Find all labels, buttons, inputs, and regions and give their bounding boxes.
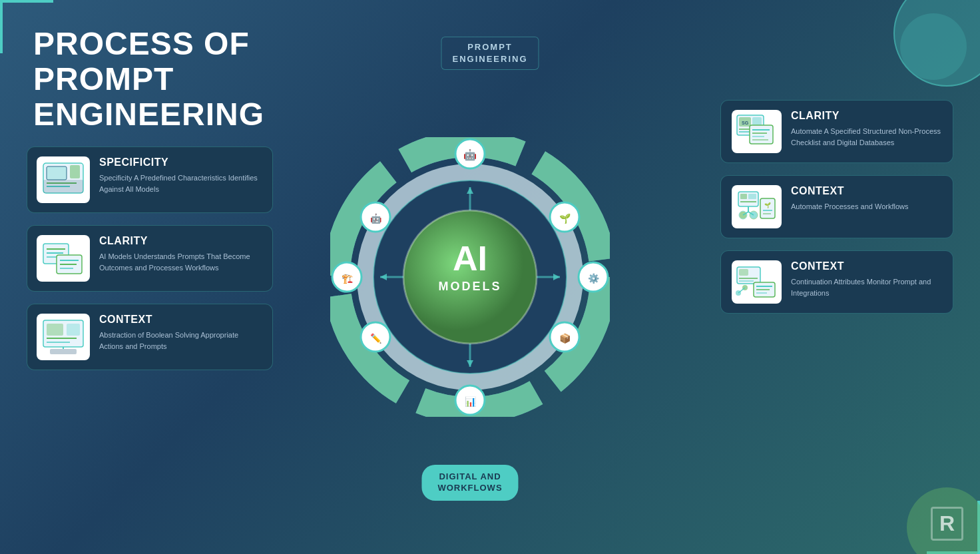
right-card-icon-context1: 🌱 xyxy=(732,185,782,228)
svg-text:AI: AI xyxy=(453,239,487,278)
right-cards-container: SG CLARITY Automate A Specified Structur… xyxy=(720,100,953,314)
right-card-title-context2: CONTEXT xyxy=(791,260,942,272)
svg-text:⚙️: ⚙️ xyxy=(588,273,600,284)
svg-rect-67 xyxy=(748,194,756,199)
right-card-text-clarity: Automate A Specified Structured Non-Proc… xyxy=(791,126,942,148)
right-card-content-context2: CONTEXT Continuation Attributes Monitor … xyxy=(791,260,942,298)
card-icon-specificity xyxy=(37,156,90,203)
card-title-specificity: SPECIFICITY xyxy=(99,156,262,168)
card-icon-clarity xyxy=(37,235,90,282)
card-text-context: Abstraction of Boolean Solving Appropria… xyxy=(99,330,262,352)
prompt-label-line2: ENGINEERING xyxy=(452,54,527,64)
svg-text:🌱: 🌱 xyxy=(559,213,571,224)
right-card-text-context1: Automate Processes and Workflows xyxy=(791,201,908,212)
svg-rect-6 xyxy=(43,180,83,193)
card-title-context: CONTEXT xyxy=(99,314,262,326)
prompt-label-line1: PROMPT xyxy=(467,42,513,52)
svg-text:🤖: 🤖 xyxy=(370,213,382,224)
svg-rect-79 xyxy=(739,269,748,276)
title-text-line2: PROMPT xyxy=(33,61,174,97)
deco-circle-tr2 xyxy=(900,13,967,80)
right-card-title-context1: CONTEXT xyxy=(791,185,908,197)
right-card-text-context2: Continuation Attributes Monitor Prompt a… xyxy=(791,276,942,298)
svg-rect-74 xyxy=(760,198,775,218)
right-card-context2: CONTEXT Continuation Attributes Monitor … xyxy=(720,250,953,314)
left-card-context: CONTEXT Abstraction of Boolean Solving A… xyxy=(27,304,273,370)
card-content-clarity: CLARITY AI Models Understands Prompts Th… xyxy=(99,235,262,273)
card-text-clarity: AI Models Understands Prompts That Becom… xyxy=(99,251,262,273)
svg-line-88 xyxy=(738,288,745,293)
svg-rect-16 xyxy=(47,324,63,336)
card-icon-context xyxy=(37,314,90,360)
right-card-icon-clarity: SG xyxy=(732,110,782,153)
card-content-context: CONTEXT Abstraction of Boolean Solving A… xyxy=(99,314,262,352)
prompt-engineering-label: PROMPT ENGINEERING xyxy=(441,37,539,70)
svg-rect-5 xyxy=(70,165,80,178)
svg-rect-66 xyxy=(740,194,747,199)
right-card-icon-context2 xyxy=(732,260,782,304)
svg-text:MODELS: MODELS xyxy=(438,280,501,293)
svg-text:SG: SG xyxy=(742,121,749,125)
left-card-clarity: CLARITY AI Models Understands Prompts Th… xyxy=(27,225,273,292)
svg-rect-60 xyxy=(750,125,773,144)
svg-text:🤖: 🤖 xyxy=(463,148,477,161)
card-title-clarity: CLARITY xyxy=(99,235,262,247)
svg-rect-1 xyxy=(47,166,67,180)
main-container: PROCESS OF PROMPT ENGINEERING SPECIFICIT… xyxy=(0,0,980,554)
diagram-svg: AI MODELS 🤖 🤖 🌱 🏗️ ⚙️ ✏️ 📦 xyxy=(330,137,610,417)
svg-text:🌱: 🌱 xyxy=(764,202,771,208)
title-text-line3: ENGINEERING xyxy=(33,97,264,132)
digital-workflows-label: DIGITAL ANDWORKFLOWS xyxy=(421,465,518,501)
svg-text:📦: 📦 xyxy=(559,333,571,344)
right-card-context1: 🌱 CONTEXT Automate Processes and Workflo… xyxy=(720,175,953,238)
title-text-line1: PROCESS OF xyxy=(33,26,250,61)
right-card-title-clarity: CLARITY xyxy=(791,110,942,122)
card-text-specificity: Specificity A Predefined Characteristics… xyxy=(99,172,262,194)
svg-rect-17 xyxy=(67,324,80,336)
left-card-specificity: SPECIFICITY Specificity A Predefined Cha… xyxy=(27,146,273,213)
svg-text:📊: 📊 xyxy=(465,396,477,408)
title-block: PROCESS OF PROMPT ENGINEERING xyxy=(33,27,300,132)
logo: R xyxy=(931,507,963,541)
card-content-specificity: SPECIFICITY Specificity A Predefined Cha… xyxy=(99,156,262,194)
svg-text:🏗️: 🏗️ xyxy=(342,273,354,284)
center-diagram: AI MODELS 🤖 🤖 🌱 🏗️ ⚙️ ✏️ 📦 xyxy=(330,137,610,417)
svg-rect-20 xyxy=(50,349,77,354)
left-cards-container: SPECIFICITY Specificity A Predefined Cha… xyxy=(27,146,273,370)
svg-text:✏️: ✏️ xyxy=(370,333,382,344)
right-card-content-context1: CONTEXT Automate Processes and Workflows xyxy=(791,185,908,212)
right-card-clarity: SG CLARITY Automate A Specified Structur… xyxy=(720,100,953,163)
right-card-content-clarity: CLARITY Automate A Specified Structured … xyxy=(791,110,942,148)
title-line1: PROCESS OF PROMPT ENGINEERING xyxy=(33,27,300,132)
